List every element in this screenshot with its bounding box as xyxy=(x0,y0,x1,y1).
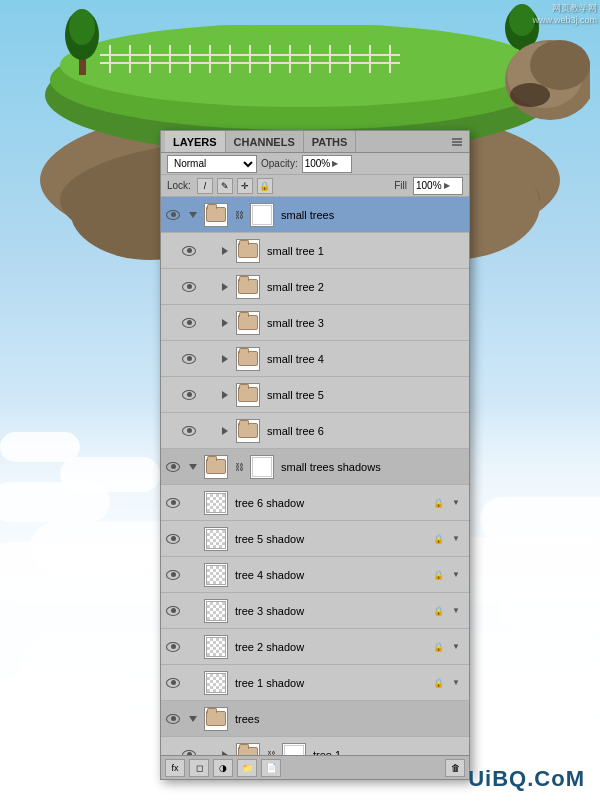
layer-visibility-toggle[interactable] xyxy=(161,521,185,557)
eye-icon xyxy=(182,750,196,756)
layer-style-button[interactable]: fx xyxy=(165,759,185,777)
layer-row[interactable]: tree 6 shadow 🔒 ▼ xyxy=(161,485,469,521)
new-group-button[interactable]: 📁 xyxy=(237,759,257,777)
layer-name: small tree 1 xyxy=(263,245,465,257)
layer-visibility-toggle[interactable] xyxy=(161,701,185,737)
checker-thumbnail xyxy=(206,673,226,693)
eye-icon xyxy=(166,498,180,508)
layer-row[interactable]: tree 5 shadow 🔒 ▼ xyxy=(161,521,469,557)
expand-arrow-icon xyxy=(222,427,228,435)
layer-thumbnail xyxy=(204,599,228,623)
layer-row[interactable]: trees xyxy=(161,701,469,737)
layer-thumbnail xyxy=(204,527,228,551)
lock-label: Lock: xyxy=(167,180,191,191)
layer-options[interactable]: ▼ xyxy=(447,485,465,521)
layer-thumbnail xyxy=(236,239,260,263)
layer-expand-toggle[interactable] xyxy=(217,269,233,305)
layer-name: tree 1 shadow xyxy=(231,677,429,689)
layer-options[interactable]: ▼ xyxy=(447,665,465,701)
layer-expand-toggle[interactable] xyxy=(217,737,233,756)
lock-all-btn[interactable]: 🔒 xyxy=(257,178,273,194)
fill-value[interactable]: 100% ▶ xyxy=(413,177,463,195)
layer-expand-toggle[interactable] xyxy=(185,449,201,485)
layer-thumbnail xyxy=(204,707,228,731)
layer-visibility-toggle[interactable] xyxy=(177,377,201,413)
panel-menu-icon[interactable] xyxy=(449,134,465,150)
layers-list[interactable]: ⛓ small trees small tree 1 xyxy=(161,197,469,755)
layer-expand-toggle[interactable] xyxy=(217,377,233,413)
options-arrow-icon: ▼ xyxy=(452,642,460,651)
new-layer-button[interactable]: 📄 xyxy=(261,759,281,777)
layer-visibility-toggle[interactable] xyxy=(177,269,201,305)
blend-mode-select[interactable]: Normal xyxy=(167,155,257,173)
layer-visibility-toggle[interactable] xyxy=(161,593,185,629)
delete-layer-button[interactable]: 🗑 xyxy=(445,759,465,777)
layer-visibility-toggle[interactable] xyxy=(161,557,185,593)
island-tree-left xyxy=(65,5,100,77)
layer-expand-toggle[interactable] xyxy=(185,701,201,737)
eye-icon xyxy=(182,390,196,400)
checker-thumbnail xyxy=(206,601,226,621)
layer-row[interactable]: tree 4 shadow 🔒 ▼ xyxy=(161,557,469,593)
layer-options[interactable]: ▼ xyxy=(447,521,465,557)
layer-row[interactable]: ⛓ small trees shadows xyxy=(161,449,469,485)
layer-visibility-toggle[interactable] xyxy=(177,341,201,377)
layer-visibility-toggle[interactable] xyxy=(161,665,185,701)
layer-visibility-toggle[interactable] xyxy=(177,305,201,341)
svg-point-33 xyxy=(530,40,590,90)
lock-image-btn[interactable]: ✎ xyxy=(217,178,233,194)
checker-thumbnail xyxy=(206,529,226,549)
eye-icon xyxy=(182,282,196,292)
layer-visibility-toggle[interactable] xyxy=(161,485,185,521)
layer-options[interactable]: ▼ xyxy=(447,629,465,665)
expand-arrow-icon xyxy=(222,283,228,291)
layer-expand-toggle[interactable] xyxy=(185,197,201,233)
layer-visibility-toggle[interactable] xyxy=(161,629,185,665)
eye-icon xyxy=(166,462,180,472)
panel-bottom-toolbar: fx ◻ ◑ 📁 📄 🗑 xyxy=(161,755,469,779)
layer-row[interactable]: small tree 2 xyxy=(161,269,469,305)
lock-position-btn[interactable]: ✛ xyxy=(237,178,253,194)
eye-icon xyxy=(182,246,196,256)
collapse-arrow-icon xyxy=(189,464,197,470)
layer-row[interactable]: tree 2 shadow 🔒 ▼ xyxy=(161,629,469,665)
add-mask-button[interactable]: ◻ xyxy=(189,759,209,777)
layer-row[interactable]: tree 1 shadow 🔒 ▼ xyxy=(161,665,469,701)
layer-visibility-toggle[interactable] xyxy=(177,737,201,756)
opacity-value[interactable]: 100% ▶ xyxy=(302,155,352,173)
tab-paths[interactable]: PATHS xyxy=(304,131,357,152)
layer-row[interactable]: small tree 6 xyxy=(161,413,469,449)
eye-icon xyxy=(166,678,180,688)
expand-arrow-icon xyxy=(222,355,228,363)
layer-visibility-toggle[interactable] xyxy=(161,449,185,485)
layer-row[interactable]: small tree 4 xyxy=(161,341,469,377)
folder-icon xyxy=(238,423,258,438)
lock-transparent-btn[interactable]: / xyxy=(197,178,213,194)
layer-thumbnail xyxy=(236,383,260,407)
chain-icon: ⛓ xyxy=(235,210,244,220)
collapse-arrow-icon xyxy=(189,212,197,218)
tab-channels[interactable]: CHANNELS xyxy=(226,131,304,152)
tab-layers[interactable]: LAYERS xyxy=(165,131,226,152)
layer-row[interactable]: small tree 1 xyxy=(161,233,469,269)
eye-icon xyxy=(166,534,180,544)
layer-row[interactable]: tree 3 shadow 🔒 ▼ xyxy=(161,593,469,629)
blend-row: Normal Opacity: 100% ▶ xyxy=(161,153,469,175)
layer-options[interactable]: ▼ xyxy=(447,557,465,593)
layer-row[interactable]: ⛓ tree 1 xyxy=(161,737,469,755)
layer-thumbnail xyxy=(204,203,228,227)
checker-thumbnail xyxy=(206,565,226,585)
layer-expand-toggle[interactable] xyxy=(217,233,233,269)
layer-expand-toggle[interactable] xyxy=(217,305,233,341)
layer-visibility-toggle[interactable] xyxy=(177,233,201,269)
layer-row[interactable]: small tree 3 xyxy=(161,305,469,341)
eye-icon xyxy=(166,606,180,616)
layer-visibility-toggle[interactable] xyxy=(161,197,185,233)
layer-options[interactable]: ▼ xyxy=(447,593,465,629)
layer-visibility-toggle[interactable] xyxy=(177,413,201,449)
new-fill-button[interactable]: ◑ xyxy=(213,759,233,777)
layer-row[interactable]: small tree 5 xyxy=(161,377,469,413)
layer-expand-toggle[interactable] xyxy=(217,341,233,377)
layer-expand-toggle[interactable] xyxy=(217,413,233,449)
layer-row[interactable]: ⛓ small trees xyxy=(161,197,469,233)
